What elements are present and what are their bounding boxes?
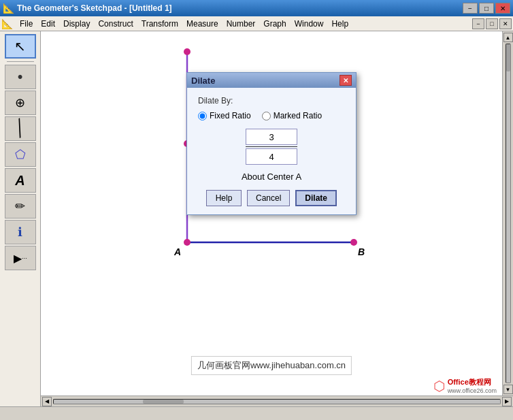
inner-restore-button[interactable]: □ — [486, 18, 498, 29]
pencil-tool[interactable]: ✏ — [5, 194, 36, 219]
status-bar — [0, 406, 513, 420]
play-icon: ▶ — [14, 252, 22, 265]
menu-graph[interactable]: Graph — [259, 18, 290, 30]
play-tool[interactable]: ▶ ⋯ — [5, 246, 36, 270]
menu-measure[interactable]: Measure — [182, 18, 222, 30]
dialog-close-button[interactable]: ✕ — [340, 75, 352, 86]
ratio-inputs — [244, 129, 299, 165]
marked-ratio-radio[interactable] — [262, 112, 271, 120]
fixed-ratio-option[interactable]: Fixed Ratio — [198, 111, 251, 120]
compass-tool[interactable]: ⊕ — [5, 91, 36, 115]
office-badge-sub: www.office26.com — [448, 387, 497, 394]
marked-ratio-option[interactable]: Marked Ratio — [262, 111, 322, 120]
point-tool[interactable]: • — [5, 65, 36, 89]
text-icon: A — [15, 173, 24, 189]
office-badge-text: Office教程网 — [448, 377, 497, 387]
menu-edit[interactable]: Edit — [37, 18, 59, 30]
canvas-area: A B 几何画板官网www.jihehuaban.com.cn Dilate ✕ — [41, 31, 502, 395]
menu-bar-icon: 📐 — [1, 18, 13, 29]
line-icon: ╱ — [12, 118, 28, 138]
menu-number[interactable]: Number — [222, 18, 260, 30]
scroll-down-button[interactable]: ▼ — [503, 385, 513, 394]
vertical-scroll-track[interactable] — [506, 44, 511, 383]
app-icon: 📐 — [3, 3, 14, 14]
office-icon: ⬡ — [433, 378, 445, 394]
menu-file[interactable]: File — [16, 18, 37, 30]
menu-bar: 📐 File Edit Display Construct Transform … — [0, 16, 513, 31]
fixed-ratio-radio[interactable] — [198, 112, 207, 120]
marked-ratio-label: Marked Ratio — [274, 111, 322, 120]
tool-separator-1 — [7, 61, 34, 62]
dialog-title-bar: Dilate ✕ — [187, 73, 356, 88]
menu-display[interactable]: Display — [59, 18, 94, 30]
minimize-button[interactable]: − — [463, 3, 478, 14]
pencil-icon: ✏ — [15, 199, 25, 214]
menu-help[interactable]: Help — [327, 18, 352, 30]
menu-transform[interactable]: Transform — [137, 18, 182, 30]
polygon-tool[interactable]: ⬠ — [5, 142, 36, 167]
left-toolbar: ↖ • ⊕ ╱ ⬠ A ✏ ℹ ▶ — [0, 31, 41, 406]
ratio-divider — [246, 146, 297, 147]
ratio-type-group: Fixed Ratio Marked Ratio — [198, 111, 345, 120]
fixed-ratio-label: Fixed Ratio — [210, 111, 251, 120]
scroll-right-button[interactable]: ▶ — [502, 397, 512, 406]
horizontal-scrollbar[interactable]: ◀ ▶ — [41, 395, 513, 406]
scroll-up-button[interactable]: ▲ — [503, 33, 513, 42]
numerator-input[interactable] — [246, 129, 297, 145]
about-center-label: About Center A — [198, 172, 345, 182]
dialog-buttons: Help Cancel Dilate — [198, 190, 345, 206]
inner-close-button[interactable]: ✕ — [499, 18, 512, 29]
inner-minimize-button[interactable]: − — [472, 18, 484, 29]
menu-window[interactable]: Window — [291, 18, 328, 30]
denominator-input[interactable] — [246, 148, 297, 165]
polygon-icon: ⬠ — [15, 147, 26, 162]
office-badge: ⬡ Office教程网 www.office26.com — [428, 376, 502, 395]
info-tool[interactable]: ℹ — [5, 220, 36, 244]
horizontal-scroll-track[interactable] — [53, 399, 501, 404]
compass-icon: ⊕ — [15, 95, 25, 110]
dialog-body: Dilate By: Fixed Ratio Marked Ratio — [187, 88, 356, 214]
dilate-button[interactable]: Dilate — [295, 190, 337, 206]
select-tool[interactable]: ↖ — [5, 34, 36, 59]
dilate-dialog: Dilate ✕ Dilate By: Fixed Ratio — [186, 72, 357, 215]
scroll-left-button[interactable]: ◀ — [42, 397, 52, 406]
info-icon: ℹ — [18, 225, 22, 240]
cancel-button[interactable]: Cancel — [247, 190, 290, 206]
window-title: The Geometer's Sketchpad - [Untitled 1] — [17, 3, 172, 13]
line-tool[interactable]: ╱ — [5, 116, 36, 141]
close-button[interactable]: ✕ — [495, 3, 510, 14]
dialog-title: Dilate — [191, 76, 215, 86]
select-icon: ↖ — [14, 38, 26, 54]
text-tool[interactable]: A — [5, 168, 36, 193]
point-icon: • — [18, 68, 23, 86]
dialog-overlay: Dilate ✕ Dilate By: Fixed Ratio — [41, 31, 502, 395]
vertical-scrollbar[interactable]: ▲ ▼ — [502, 31, 513, 395]
horizontal-scroll-thumb[interactable] — [143, 400, 184, 404]
dilate-by-label: Dilate By: — [198, 96, 345, 106]
vertical-scroll-thumb[interactable] — [506, 44, 510, 71]
help-button[interactable]: Help — [206, 190, 242, 206]
restore-button[interactable]: □ — [479, 3, 494, 14]
menu-construct[interactable]: Construct — [94, 18, 137, 30]
play-dots-icon: ⋯ — [22, 255, 27, 261]
title-bar: 📐 The Geometer's Sketchpad - [Untitled 1… — [0, 0, 513, 16]
